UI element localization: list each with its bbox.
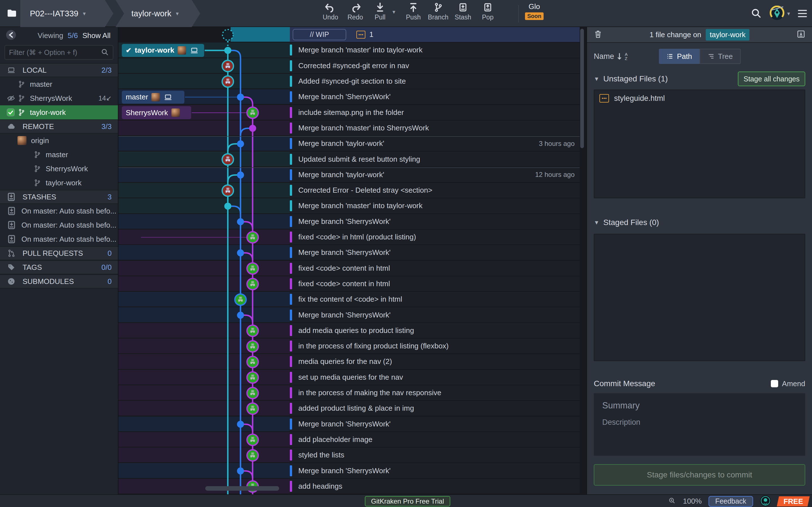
section-count: 0 [108, 249, 112, 258]
branch-icon [33, 151, 41, 159]
status-bar: GitKraken Pro Free Trial 100% Feedback F… [0, 494, 812, 507]
glo-label: Glo [529, 2, 540, 11]
stash-icon [6, 234, 17, 244]
sort-by-name[interactable]: Name AZ [594, 52, 627, 61]
stash-button[interactable]: Stash [451, 2, 475, 21]
push-icon [408, 2, 419, 12]
branch-label-text: taylor-work [135, 46, 174, 55]
pull-dropdown-caret[interactable]: ▾ [393, 2, 401, 15]
file-row[interactable]: styleguide.html [594, 90, 805, 107]
sidebar-item-taylor-work[interactable]: taylor-work [0, 176, 118, 190]
sidebar-item-on-master-auto-stash-befo-[interactable]: On master: Auto stash befo... [0, 218, 118, 232]
glo-button[interactable]: Glo Soon [525, 2, 544, 20]
modified-file-icon [599, 94, 609, 103]
pop-button[interactable]: Pop [475, 2, 500, 21]
vertical-scrollbar[interactable] [580, 29, 584, 148]
branch-filter [4, 45, 113, 60]
undo-button[interactable]: Undo [318, 2, 343, 21]
pop-icon [483, 2, 493, 12]
section-count: 3 [108, 193, 112, 202]
item-label: master [30, 80, 52, 89]
time-group-separator [118, 167, 580, 168]
hamburger-menu-icon[interactable] [798, 10, 807, 17]
avatar-icon [17, 136, 27, 145]
sidebar-section-stashes[interactable]: STASHES3 [0, 190, 118, 204]
branch-label-master[interactable]: master [122, 91, 185, 104]
branch-label-sherryswork[interactable]: SherrysWork [122, 106, 191, 119]
submodule-icon [6, 277, 16, 286]
breadcrumb-branch[interactable]: taylor-work ▾ [116, 0, 200, 27]
sidebar-item-master[interactable]: master [0, 77, 118, 91]
sidebar-item-taylor-work[interactable]: taylor-work [0, 105, 118, 119]
file-name: styleguide.html [614, 94, 665, 103]
redo-icon [349, 2, 361, 12]
breadcrumb-repo[interactable]: P02---IAT339 ▾ [20, 0, 113, 27]
cloud-icon [6, 122, 16, 131]
branch-button[interactable]: Branch [426, 2, 451, 21]
folder-icon[interactable] [6, 7, 17, 20]
sidebar-item-on-master-auto-stash-befo-[interactable]: On master: Auto stash befo... [0, 232, 118, 246]
file-change-summary: 1 file change on [650, 31, 702, 39]
sidebar-item-master[interactable]: master [0, 148, 118, 162]
chevron-down-icon[interactable]: ▾ [787, 10, 790, 17]
section-label: TAGS [22, 263, 42, 272]
collapse-caret-icon[interactable]: ▼ [594, 76, 599, 82]
sidebar-section-remote[interactable]: REMOTE3/3 [0, 119, 118, 133]
pull-button[interactable]: Pull [368, 2, 393, 21]
pr-icon [6, 249, 16, 258]
summary-input[interactable] [602, 400, 797, 411]
sidebar-section-pull-requests[interactable]: PULL REQUESTS0 [0, 246, 118, 260]
pro-trial-button[interactable]: GitKraken Pro Free Trial [365, 496, 450, 506]
viewing-label: Viewing [38, 31, 63, 40]
view-tree-button[interactable]: Tree [700, 49, 741, 64]
sidebar-section-tags[interactable]: TAGS0/0 [0, 260, 118, 274]
left-sidebar: Viewing 5/6 Show All LOCAL2/3masterSherr… [0, 27, 118, 494]
item-label: On master: Auto stash befo... [21, 221, 116, 230]
show-all-button[interactable]: Show All [82, 31, 110, 40]
horizontal-scrollbar[interactable] [205, 486, 279, 491]
zoom-level[interactable]: 100% [683, 497, 702, 506]
laptop-icon [190, 46, 199, 55]
branch-label-taylor-work[interactable]: ✔taylor-work [122, 44, 204, 57]
feedback-button[interactable]: Feedback [709, 496, 753, 507]
description-input[interactable] [602, 418, 797, 449]
soon-badge: Soon [525, 12, 544, 20]
sidebar-item-sherryswork[interactable]: SherrysWork [0, 162, 118, 176]
branch-label-text: SherrysWork [126, 108, 168, 117]
eyeoff-icon [6, 94, 16, 103]
staged-file-list [594, 234, 805, 361]
item-label: SherrysWork [46, 165, 88, 173]
sidebar-section-submodules[interactable]: SUBMODULES0 [0, 274, 118, 288]
commit-message-editor [594, 393, 805, 456]
stash-icon [6, 206, 17, 216]
sidebar-section-local[interactable]: LOCAL2/3 [0, 63, 118, 77]
laptop-icon [163, 93, 173, 101]
repo-name: P02---IAT339 [30, 9, 79, 18]
plan-badge[interactable]: FREE [777, 496, 810, 506]
sidebar-item-on-master-auto-stash-befo-[interactable]: On master: Auto stash befo... [0, 204, 118, 218]
push-button[interactable]: Push [401, 2, 426, 21]
search-icon[interactable] [750, 7, 762, 20]
export-icon[interactable] [796, 29, 806, 40]
stash-icon [6, 192, 16, 202]
redo-button[interactable]: Redo [343, 2, 368, 21]
committer-avatar [177, 46, 186, 55]
amend-checkbox[interactable] [771, 380, 778, 387]
stage-to-commit-button[interactable]: Stage files/changes to commit [594, 464, 805, 486]
user-avatar[interactable] [770, 6, 784, 21]
viewing-count: 5/6 [68, 31, 78, 40]
sidebar-item-sherryswork[interactable]: SherrysWork14↙ [0, 91, 118, 105]
checkbox-icon[interactable] [6, 108, 15, 117]
time-group-separator [118, 136, 580, 136]
collapse-caret-icon[interactable]: ▼ [594, 219, 599, 226]
branch-badge[interactable]: taylor-work [706, 29, 749, 41]
kraken-badge-icon[interactable] [760, 495, 771, 507]
amend-toggle[interactable]: Amend [771, 379, 805, 388]
view-path-button[interactable]: Path [659, 49, 700, 64]
zoom-icon[interactable] [668, 497, 676, 506]
branch-filter-input[interactable] [9, 48, 100, 57]
collapse-sidebar-icon[interactable] [6, 30, 16, 41]
discard-trash-icon[interactable] [593, 29, 603, 40]
stage-all-button[interactable]: Stage all changes [738, 71, 805, 86]
sidebar-item-origin[interactable]: origin [0, 133, 118, 148]
